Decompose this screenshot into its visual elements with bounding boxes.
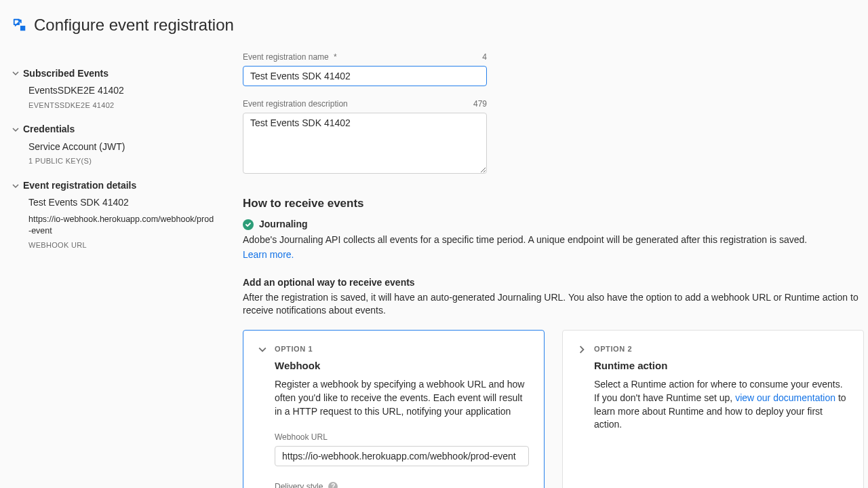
option-title-runtime: Runtime action	[594, 358, 848, 373]
required-asterisk: *	[332, 52, 337, 62]
option-card-runtime[interactable]: OPTION 2 Runtime action Select a Runtime…	[562, 330, 864, 488]
field-registration-description: Event registration description 479	[243, 98, 864, 177]
delivery-style-row: Delivery style ?	[275, 481, 529, 488]
webhook-url-label: Webhook URL	[275, 432, 529, 443]
sidebar-heading-details[interactable]: Event registration details	[12, 179, 216, 193]
sidebar-heading-subscribed[interactable]: Subscribed Events	[12, 67, 216, 81]
sidebar-section-credentials: Credentials Service Account (JWT) 1 PUBL…	[12, 123, 216, 167]
chevron-down-icon	[12, 183, 19, 189]
options-row: OPTION 1 Webhook Register a webhook by s…	[243, 330, 864, 488]
option-card-webhook[interactable]: OPTION 1 Webhook Register a webhook by s…	[243, 330, 545, 488]
desc-char-count: 479	[473, 98, 487, 110]
option-head-webhook[interactable]: OPTION 1	[258, 344, 529, 354]
sidebar-item-registration-name[interactable]: Test Events SDK 41402	[12, 196, 216, 210]
runtime-doc-link[interactable]: view our documentation	[735, 392, 835, 403]
option-head-runtime[interactable]: OPTION 2	[578, 344, 848, 354]
how-to-receive-heading: How to receive events	[243, 195, 864, 212]
page-header: Configure event registration	[0, 14, 868, 50]
sidebar-item-event[interactable]: EventsSDKE2E 41402	[12, 84, 216, 98]
sidebar-heading-credentials[interactable]: Credentials	[12, 123, 216, 136]
option-desc-webhook: Register a webhook by specifying a webho…	[275, 378, 529, 418]
sidebar-section-details: Event registration details Test Events S…	[12, 179, 216, 251]
svg-rect-0	[20, 26, 25, 31]
learn-more-link[interactable]: Learn more.	[243, 248, 864, 262]
chevron-right-icon	[578, 345, 586, 354]
field-registration-name: Event registration name * 4	[243, 50, 864, 87]
journaling-title: Journaling	[259, 218, 308, 231]
journaling-desc: Adobe's Journaling API collects all even…	[243, 233, 864, 247]
sidebar-item-credential-sub: 1 PUBLIC KEY(S)	[12, 156, 216, 166]
name-label: Event registration name	[243, 52, 329, 62]
sidebar-heading-label: Subscribed Events	[23, 67, 108, 81]
info-icon[interactable]: ?	[328, 482, 338, 488]
main-content: Event registration name * 4 Event regist…	[243, 50, 864, 488]
sidebar-item-webhook-sub: WEBHOOK URL	[12, 240, 216, 250]
chevron-down-icon	[258, 345, 267, 354]
name-char-count: 4	[482, 52, 487, 63]
check-icon	[243, 219, 254, 230]
app-icon	[12, 18, 27, 33]
delivery-style-label: Delivery style	[275, 481, 323, 488]
option-title-webhook: Webhook	[275, 358, 529, 373]
chevron-down-icon	[12, 70, 19, 77]
sidebar-section-subscribed: Subscribed Events EventsSDKE2E 41402 EVE…	[12, 67, 216, 111]
sidebar-heading-label: Credentials	[23, 123, 75, 136]
chevron-down-icon	[12, 126, 19, 133]
sidebar-heading-label: Event registration details	[23, 179, 136, 193]
sidebar-item-webhook-url: https://io-webhook.herokuapp.com/webhook…	[12, 214, 216, 238]
desc-label: Event registration description	[243, 98, 348, 110]
sidebar-item-event-sub: EVENTSSDKE2E 41402	[12, 100, 216, 111]
option-label-runtime: OPTION 2	[594, 344, 632, 354]
name-input[interactable]	[243, 66, 487, 86]
page-title: Configure event registration	[34, 14, 234, 37]
optional-desc: After the registration is saved, it will…	[243, 291, 864, 318]
journaling-row: Journaling	[243, 218, 864, 231]
optional-heading: Add an optional way to receive events	[243, 276, 864, 290]
sidebar: Subscribed Events EventsSDKE2E 41402 EVE…	[12, 50, 216, 488]
sidebar-item-credential[interactable]: Service Account (JWT)	[12, 140, 216, 154]
desc-input[interactable]	[243, 113, 487, 174]
option-desc-runtime: Select a Runtime action for where to con…	[594, 378, 848, 431]
option-label-webhook: OPTION 1	[275, 344, 313, 354]
webhook-url-input[interactable]	[275, 446, 529, 466]
